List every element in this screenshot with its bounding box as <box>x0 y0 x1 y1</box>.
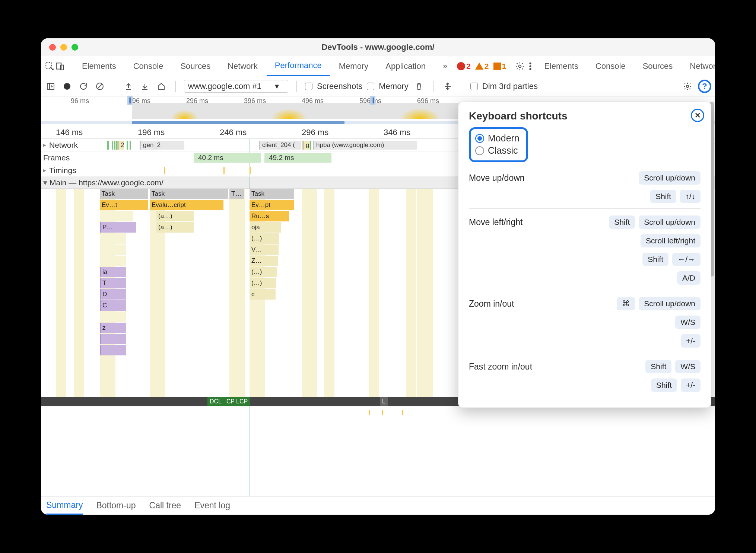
tabs-overflow-button[interactable]: » <box>435 56 455 76</box>
flame-block[interactable]: (…) <box>250 233 279 244</box>
tab-elements[interactable]: Elements <box>74 56 124 76</box>
flame-block[interactable]: P… <box>100 222 136 233</box>
svg-rect-7 <box>47 83 54 89</box>
network-request[interactable]: hpba (www.google.com) <box>313 141 417 150</box>
shortcuts-help-button[interactable]: ? <box>698 80 711 93</box>
tab-performance[interactable]: Performance <box>267 56 330 76</box>
divider <box>175 81 176 92</box>
flame-block[interactable]: Evalu…cript <box>150 200 223 210</box>
tab-network[interactable]: Network <box>682 56 715 76</box>
shortcuts-title: Keyboard shortcuts <box>469 110 701 122</box>
details-tabs: SummaryBottom-upCall treeEvent log <box>41 496 715 515</box>
flame-block[interactable]: c <box>250 289 276 300</box>
flame-block[interactable] <box>100 334 126 344</box>
flame-block[interactable]: (a…) <box>156 211 194 221</box>
timing-marker[interactable]: DCL <box>207 397 224 406</box>
flame-block[interactable]: z <box>100 323 126 333</box>
flame-block[interactable] <box>100 345 126 355</box>
flame-block[interactable]: (…) <box>250 267 277 277</box>
shortcut-key: Shift <box>609 215 635 229</box>
collapse-arrow-icon[interactable]: ▾ <box>43 178 47 187</box>
frame-block[interactable]: 40.2 ms <box>194 153 261 163</box>
flame-block[interactable]: ia <box>100 267 126 277</box>
expand-arrow-icon[interactable]: ▸ <box>43 141 48 148</box>
flame-block[interactable]: Ru…s <box>250 211 289 221</box>
details-tab-bottom-up[interactable]: Bottom-up <box>96 501 136 511</box>
warnings-badge[interactable]: 2 <box>475 62 489 71</box>
device-toolbar-icon[interactable] <box>55 59 65 73</box>
flame-block[interactable] <box>100 311 126 322</box>
tab-sources[interactable]: Sources <box>172 56 219 76</box>
flame-block[interactable]: (a…) <box>156 222 194 233</box>
network-request[interactable]: gen_2 <box>140 141 184 150</box>
flame-block[interactable]: Task <box>150 189 228 199</box>
dim-3rd-parties-checkbox[interactable] <box>470 83 478 90</box>
flame-block[interactable]: (…) <box>250 278 276 288</box>
details-tab-call tree[interactable]: Call tree <box>149 501 181 511</box>
tab-console[interactable]: Console <box>125 56 172 76</box>
tab-console[interactable]: Console <box>587 56 634 76</box>
details-tab-summary[interactable]: Summary <box>46 496 83 515</box>
flame-block[interactable]: C <box>100 300 126 311</box>
clear-icon[interactable] <box>94 80 106 92</box>
home-icon[interactable] <box>155 80 167 92</box>
tab-application[interactable]: Application <box>377 56 434 76</box>
details-tab-event log[interactable]: Event log <box>194 501 230 511</box>
screenshots-checkbox[interactable] <box>305 83 312 90</box>
flame-block[interactable]: T <box>100 278 126 288</box>
close-icon[interactable]: ✕ <box>691 109 704 122</box>
shortcut-row: Zoom in/out⌘Scroll up/downW/S+/- <box>469 290 701 348</box>
settings-icon[interactable] <box>515 59 525 73</box>
flame-block[interactable] <box>100 211 133 221</box>
errors-badge[interactable]: 2 <box>457 62 471 71</box>
memory-label: Memory <box>379 81 408 91</box>
expand-arrow-icon[interactable]: ▸ <box>43 167 48 174</box>
reload-record-icon[interactable] <box>77 80 89 92</box>
flame-block[interactable]: T… <box>229 189 244 199</box>
overview-handle-right[interactable] <box>370 96 375 105</box>
tab-sources[interactable]: Sources <box>635 56 681 76</box>
issues-badge[interactable]: 1 <box>493 62 506 71</box>
flame-block[interactable]: D <box>100 289 126 300</box>
frame-block[interactable]: 49.2 ms <box>264 153 331 163</box>
flame-block[interactable]: Z… <box>250 256 278 266</box>
flame-block[interactable]: Ev…pt <box>250 200 294 210</box>
overview-handle-left[interactable] <box>127 96 133 105</box>
kebab-menu-icon[interactable] <box>525 59 535 73</box>
ruler-timestamp: 196 ms <box>138 128 165 137</box>
flame-block[interactable] <box>100 256 126 266</box>
panel-settings-icon[interactable] <box>682 80 693 92</box>
inspect-element-icon[interactable] <box>45 59 54 73</box>
download-icon[interactable] <box>139 80 151 92</box>
titlebar: DevTools - www.google.com/ <box>41 38 715 56</box>
shortcut-key: ⌘ <box>617 297 635 310</box>
flame-block[interactable]: Task <box>100 189 148 199</box>
timing-marker[interactable]: L <box>380 397 388 406</box>
upload-icon[interactable] <box>123 80 134 92</box>
shortcut-key: Shift <box>645 360 671 373</box>
network-request[interactable]: g <box>302 141 310 150</box>
record-button[interactable] <box>61 80 73 92</box>
collapse-icon[interactable] <box>442 80 454 92</box>
timing-marker[interactable]: LCP <box>234 397 250 406</box>
tab-network[interactable]: Network <box>219 56 266 76</box>
tab-memory[interactable]: Memory <box>331 56 377 76</box>
toggle-drawer-icon[interactable] <box>45 80 57 92</box>
flame-block[interactable] <box>100 233 126 244</box>
flame-block[interactable]: oja <box>250 222 281 233</box>
gc-icon[interactable] <box>413 80 425 92</box>
shortcuts-mode-option[interactable]: Modern <box>475 132 520 144</box>
devtools-window: DevTools - www.google.com/ ElementsConso… <box>41 38 715 515</box>
flame-block[interactable]: V… <box>250 244 279 255</box>
shortcuts-mode-label: Classic <box>488 145 518 156</box>
network-request[interactable]: 2 <box>117 141 124 150</box>
flame-block[interactable]: Ev…t <box>100 200 148 210</box>
tab-elements[interactable]: Elements <box>536 56 587 76</box>
network-request[interactable]: client_204 ( <box>259 141 301 150</box>
flame-block[interactable]: Task <box>250 189 294 199</box>
flame-block[interactable] <box>100 244 126 255</box>
timings-track-label: Timings <box>49 166 76 175</box>
memory-checkbox[interactable] <box>367 83 374 90</box>
recording-selector[interactable]: www.google.com #1 ▾ <box>184 80 288 93</box>
shortcuts-mode-option[interactable]: Classic <box>475 144 520 157</box>
